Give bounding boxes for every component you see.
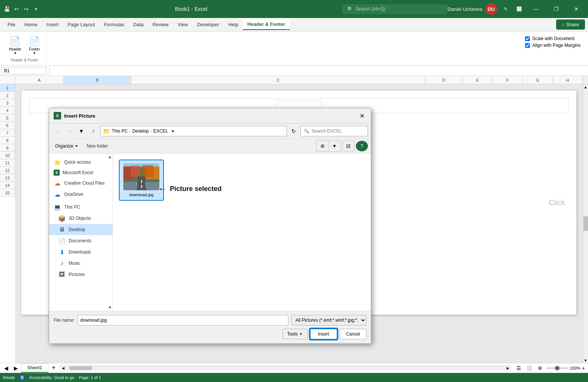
dialog-sidebar: ▲ ⭐ Quick access X Microsoft Excel ☁ Cre… <box>49 154 113 311</box>
sidebar-item-3d-objects[interactable]: 📦 3D Objects <box>49 213 112 224</box>
page-layout-view-btn[interactable]: ⬜ <box>525 364 534 373</box>
share-button[interactable]: ↑ Share <box>556 19 585 30</box>
sidebar-item-downloads[interactable]: ⬇ Downloads <box>49 246 112 258</box>
help-btn[interactable]: ? <box>356 141 368 151</box>
tab-formulas[interactable]: Formulas <box>99 19 129 30</box>
save-icon[interactable]: 💾 <box>3 5 10 13</box>
organize-button[interactable]: Organize ▼ <box>52 142 81 150</box>
sidebar-item-pictures[interactable]: 🖼 Pictures <box>49 269 112 280</box>
search-icon: 🔍 <box>304 128 309 134</box>
scale-with-document-option[interactable]: Scale with Document <box>525 36 580 41</box>
tools-button[interactable]: Tools ▼ <box>282 329 308 339</box>
sheet-tab-sheet1[interactable]: Sheet1 <box>21 363 48 373</box>
zoom-in-btn[interactable]: + <box>582 365 585 371</box>
global-search[interactable]: 🔍 Search (Alt+Q) <box>342 4 447 14</box>
file-name-field-label: File name: <box>54 318 75 323</box>
redo-icon[interactable]: ↪ <box>22 5 30 13</box>
insert-button[interactable]: Insert <box>310 328 338 340</box>
customize-icon[interactable]: ▼ <box>32 5 40 13</box>
sidebar-item-onedrive[interactable]: ☁ OneDrive <box>49 189 112 200</box>
zoom-slider[interactable] <box>546 367 568 369</box>
customize-ribbon-btn[interactable]: ✎ <box>500 4 511 14</box>
search-box[interactable]: 🔍 <box>300 126 368 136</box>
accessibility-icon: ♿ <box>20 375 25 380</box>
sidebar-item-documents[interactable]: 📄 Documents <box>49 235 112 246</box>
svg-marker-6 <box>136 176 146 190</box>
header-button[interactable]: 📄 Header ▼ <box>6 34 24 57</box>
svg-rect-4 <box>131 166 140 177</box>
tab-review[interactable]: Review <box>148 19 173 30</box>
undo-icon[interactable]: ↩ <box>13 5 20 13</box>
sidebar-scroll-up[interactable]: ▲ <box>108 154 112 160</box>
downloads-icon: ⬇ <box>58 248 66 256</box>
sidebar-item-creative-cloud[interactable]: ☁ Creative Cloud Files <box>49 178 112 189</box>
view-dropdown-btn[interactable]: ▼ <box>328 141 340 151</box>
new-folder-button[interactable]: New folder <box>84 142 111 150</box>
footer-button[interactable]: 📄 Footer ▼ <box>26 34 43 57</box>
scale-with-document-checkbox[interactable] <box>525 36 530 41</box>
file-type-select[interactable]: All Pictures (*.emf;*.wmf;*.jpg;*. <box>291 315 366 325</box>
sidebar-item-music[interactable]: ♪ Music <box>49 258 112 269</box>
scroll-sheets-right[interactable]: ▶ <box>11 364 20 373</box>
name-box[interactable] <box>2 67 46 75</box>
view-large-icon-btn[interactable]: ⊞ <box>316 141 328 151</box>
documents-label: Documents <box>69 238 92 243</box>
file-item-download-jpg[interactable]: download.jpg <box>119 160 164 201</box>
file-name-input[interactable] <box>78 315 288 325</box>
breadcrumb-dropdown-icon: ▼ <box>171 129 175 133</box>
scroll-sheets-left[interactable]: ◀ <box>2 364 10 373</box>
formula-input[interactable] <box>53 67 586 74</box>
search-input[interactable] <box>312 128 364 134</box>
this-pc-label: This PC <box>64 204 80 210</box>
tab-insert[interactable]: Insert <box>42 19 63 30</box>
page-break-view-btn[interactable]: ⊞ <box>536 364 544 373</box>
tab-header-footer[interactable]: Header & Footer <box>243 19 290 30</box>
restore-button[interactable]: ❐ <box>548 0 565 18</box>
dropdown-button[interactable]: ▼ <box>76 126 87 136</box>
sidebar-item-this-pc[interactable]: 💻 This PC <box>49 201 112 213</box>
tab-view[interactable]: View <box>173 19 192 30</box>
refresh-button[interactable]: ↻ <box>288 126 299 136</box>
ribbon-display-btn[interactable]: ⬜ <box>514 4 524 14</box>
scroll-left-btn[interactable]: ◀ <box>60 366 66 370</box>
breadcrumb-bar[interactable]: 📁 This PC › Desktop › EXCEL ▼ <box>100 126 287 136</box>
h-scroll-thumb[interactable] <box>69 366 92 370</box>
header-label: Header <box>9 47 21 51</box>
sidebar-scroll-down[interactable]: ▼ <box>108 305 112 310</box>
forward-button[interactable]: → <box>64 126 75 136</box>
back-button[interactable]: ← <box>52 126 63 136</box>
align-with-margins-label: Align with Page Margins <box>532 43 580 48</box>
close-button[interactable]: ✕ <box>568 0 585 18</box>
sidebar-item-quick-access[interactable]: ⭐ Quick access <box>49 157 112 168</box>
tab-developer[interactable]: Developer <box>192 19 224 30</box>
tab-home[interactable]: Home <box>20 19 42 30</box>
zoom-slider-thumb[interactable] <box>555 366 560 370</box>
h-scroll-track[interactable] <box>66 366 505 370</box>
dialog-titlebar: X Insert Picture ✕ <box>49 108 371 124</box>
svg-rect-9 <box>123 182 136 190</box>
breadcrumb-this-pc: This PC <box>112 128 128 134</box>
align-with-margins-checkbox[interactable] <box>525 43 530 48</box>
normal-view-btn[interactable]: ☰ <box>514 364 524 373</box>
sidebar-item-microsoft-excel[interactable]: X Microsoft Excel <box>49 168 112 178</box>
desktop-icon: 🖥 <box>58 226 66 233</box>
tab-help[interactable]: Help <box>224 19 243 30</box>
breadcrumb-excel: EXCEL <box>153 128 168 134</box>
minimize-button[interactable]: — <box>527 0 544 18</box>
up-button[interactable]: ↑ <box>88 126 99 136</box>
add-sheet-button[interactable]: + <box>49 364 58 373</box>
creative-cloud-icon: ☁ <box>54 179 61 187</box>
dialog-close-button[interactable]: ✕ <box>357 111 366 120</box>
tab-file[interactable]: File <box>3 19 20 30</box>
scroll-right-btn[interactable]: ▶ <box>506 366 511 370</box>
quick-access-toolbar: 💾 ↩ ↪ ▼ <box>3 5 40 13</box>
align-with-margins-option[interactable]: Align with Page Margins <box>525 43 580 48</box>
horizontal-scrollbar[interactable]: ◀ ▶ <box>60 366 511 371</box>
tab-page-layout[interactable]: Page Layout <box>63 19 99 30</box>
sidebar-item-desktop[interactable]: 🖥 Desktop <box>49 224 112 235</box>
tab-data[interactable]: Data <box>129 19 148 30</box>
cancel-button[interactable]: Cancel <box>340 329 366 339</box>
preview-pane-btn[interactable]: ⊟ <box>342 141 354 151</box>
user-name: Daniel Uchenna <box>447 6 482 12</box>
documents-icon: 📄 <box>58 237 66 245</box>
